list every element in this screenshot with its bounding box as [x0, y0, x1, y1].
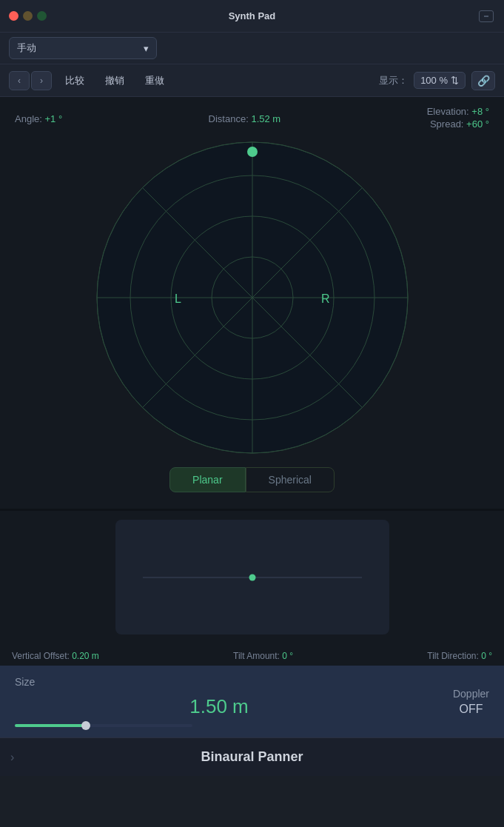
planar-mode-button[interactable]: Planar: [169, 467, 245, 492]
spherical-mode-button[interactable]: Spherical: [246, 467, 335, 492]
tilt-direction-value: 0 °: [481, 651, 492, 661]
footer-title: Binaural Panner: [201, 749, 303, 765]
doppler-area: Doppler OFF: [423, 688, 489, 716]
title-bar: Synth Pad: [0, 0, 504, 33]
stats-bar: Angle: +1 ° Distance: 1.52 m Elevation: …: [12, 106, 492, 131]
vertical-offset-value: 0.20 m: [72, 651, 99, 661]
vertical-offset-param: Vertical Offset: 0.20 m: [12, 651, 99, 661]
svg-text:L: L: [175, 292, 181, 305]
size-slider[interactable]: [15, 724, 192, 727]
spread-stat: Spread: +60 °: [427, 118, 489, 130]
tilt-direction-label: Tilt Direction:: [427, 651, 479, 661]
tilt-direction-param: Tilt Direction: 0 °: [427, 651, 492, 661]
size-area: Size 1.50 m: [15, 676, 423, 727]
chevron-down-icon: ▾: [144, 43, 149, 54]
side-view-section: [0, 511, 504, 643]
size-slider-fill: [15, 724, 86, 727]
angle-label: Angle:: [15, 113, 42, 124]
elevation-value: +8 °: [471, 106, 489, 117]
bottom-section: Size 1.50 m Doppler OFF: [0, 666, 504, 737]
compare-button[interactable]: 比较: [58, 71, 92, 90]
angle-value: +1 °: [45, 113, 63, 124]
elevation-label: Elevation:: [427, 106, 469, 117]
elevation-stat: Elevation: +8 °: [427, 106, 489, 117]
toolbar: ‹ › 比较 撤销 重做 显示： 100 % ⇅ 🔗: [0, 64, 504, 97]
polar-display[interactable]: .grid-line { stroke: #2a4a3a; stroke-wid…: [12, 138, 492, 457]
dropdown-bar: 手动 ▾: [0, 33, 504, 64]
close-button[interactable]: [9, 11, 19, 21]
display-label: 显示：: [379, 74, 408, 87]
tilt-amount-param: Tilt Amount: 0 °: [233, 651, 293, 661]
side-view-display[interactable]: [115, 520, 389, 635]
window-title: Synth Pad: [229, 10, 276, 21]
vertical-offset-label: Vertical Offset:: [12, 651, 70, 661]
window-icon[interactable]: [479, 10, 494, 22]
doppler-label: Doppler: [453, 688, 489, 700]
expand-icon[interactable]: ›: [10, 751, 14, 764]
size-value: 1.50 m: [15, 695, 423, 718]
forward-button[interactable]: ›: [31, 71, 52, 90]
link-icon: 🔗: [477, 75, 490, 87]
size-slider-thumb[interactable]: [81, 721, 90, 730]
nav-button-group: ‹ ›: [9, 71, 52, 90]
doppler-value: OFF: [453, 703, 489, 716]
chevron-updown-icon: ⇅: [451, 75, 459, 86]
maximize-button[interactable]: [37, 11, 47, 21]
position-dot: [249, 574, 255, 580]
distance-value: 1.52 m: [251, 113, 280, 124]
undo-button[interactable]: 撤销: [98, 71, 132, 90]
distance-stat: Distance: 1.52 m: [209, 113, 281, 124]
tilt-amount-label: Tilt Amount:: [233, 651, 280, 661]
svg-point-11: [247, 147, 258, 157]
zoom-control[interactable]: 100 % ⇅: [414, 72, 466, 89]
panner-section: Angle: +1 ° Distance: 1.52 m Elevation: …: [0, 97, 504, 509]
params-bar: Vertical Offset: 0.20 m Tilt Amount: 0 °…: [0, 643, 504, 666]
back-button[interactable]: ‹: [9, 71, 30, 90]
tilt-amount-value: 0 °: [282, 651, 293, 661]
mode-buttons: Planar Spherical: [12, 467, 492, 492]
angle-stat: Angle: +1 °: [15, 113, 62, 124]
link-button[interactable]: 🔗: [471, 71, 495, 90]
zoom-value: 100 %: [420, 75, 448, 86]
redo-button[interactable]: 重做: [138, 71, 172, 90]
distance-label: Distance:: [209, 113, 249, 124]
preset-value: 手动: [17, 41, 36, 55]
spread-value: +60 °: [466, 118, 489, 130]
spread-label: Spread:: [430, 118, 464, 130]
preset-dropdown[interactable]: 手动 ▾: [9, 37, 157, 59]
footer-bar: › Binaural Panner: [0, 737, 504, 776]
minimize-button[interactable]: [23, 11, 33, 21]
svg-text:R: R: [321, 292, 330, 305]
size-label: Size: [15, 676, 423, 688]
traffic-lights: [9, 11, 47, 21]
stats-right: Elevation: +8 ° Spread: +60 °: [427, 106, 489, 131]
